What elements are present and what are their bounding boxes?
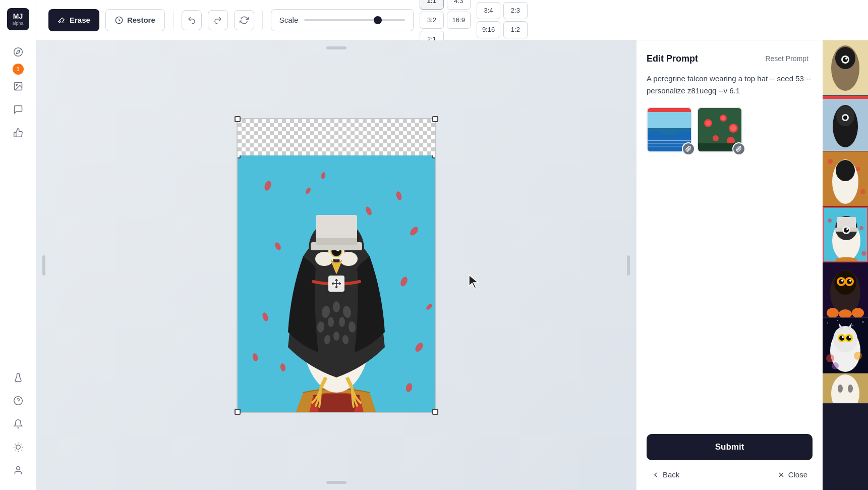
svg-point-73 [843,57,848,62]
prompt-text: A peregrine falcon wearing a top hat -- … [647,73,813,97]
undo-icon [187,16,196,25]
logo-sub: alpha [12,21,23,26]
svg-rect-76 [823,96,868,99]
thumb-6-image [823,318,868,373]
ratio-btn-3-2[interactable]: 3:2 [420,12,443,29]
image-canvas-wrapper [237,118,436,413]
like-icon [13,128,23,138]
chat-icon [13,104,23,115]
reset-prompt-button[interactable]: Reset Prompt [761,52,813,65]
ratio-btn-2-3[interactable]: 2:3 [503,2,527,19]
submit-button[interactable]: Submit [647,434,813,460]
ref-image-2-badge[interactable] [732,142,745,155]
svg-point-125 [832,362,839,369]
svg-point-3 [14,397,22,405]
panel-footer: Back Close [647,467,813,482]
close-x-icon [777,471,785,479]
svg-point-112 [837,320,838,321]
svg-point-93 [844,228,849,233]
svg-point-107 [827,308,839,318]
scroll-right [627,255,630,276]
svg-point-85 [856,167,860,171]
ratio-label-3-4: 3:4 [484,7,493,14]
sidebar-item-help[interactable] [8,391,28,411]
logo-text: MJ [13,13,23,20]
paperclip-icon-2 [736,146,742,152]
ref-image-1-badge[interactable] [682,142,695,155]
svg-point-63 [706,121,711,126]
canvas-main[interactable] [36,40,636,490]
svg-point-105 [841,280,843,282]
restore-label: Restore [127,16,155,24]
svg-point-74 [845,58,847,60]
sidebar-item-compass[interactable] [8,42,28,62]
thumbnail-2[interactable] [823,96,868,151]
toolbar-divider-2 [262,11,263,29]
redo-button[interactable] [208,10,228,30]
scale-slider[interactable] [304,19,405,21]
help-icon [13,396,23,406]
sidebar-item-flask[interactable] [8,367,28,388]
logo-button[interactable]: MJ alpha [7,8,29,30]
right-panel: Edit Prompt Reset Prompt A peregrine fal… [636,40,823,490]
thumb-5-image [823,262,868,318]
scroll-bottom [326,481,346,484]
close-button[interactable]: Close [772,467,813,482]
thumb-2-image [823,96,868,151]
svg-point-2 [16,84,17,86]
svg-point-84 [828,159,833,164]
ratio-btn-4-3[interactable]: 4:3 [447,0,471,10]
scale-label: Scale [279,16,299,24]
sidebar-badge[interactable]: 1 [13,64,24,75]
ref-image-1[interactable] [647,107,692,152]
svg-point-128 [838,385,843,393]
svg-point-113 [852,325,853,326]
thumbnail-4[interactable] [823,207,868,262]
svg-line-12 [21,444,21,445]
svg-point-36 [339,317,345,327]
ratio-btn-9-16[interactable]: 9:16 [477,21,500,38]
canvas-transparent-area [238,119,435,155]
toolbar: Erase Restore Scale [36,0,868,40]
restore-button[interactable]: Restore [105,9,165,31]
ratio-btn-1-1[interactable]: 1:1 [420,0,443,10]
ratio-label-16-9: 16:9 [452,16,465,24]
thumb-4-image [824,208,868,262]
thumbnail-5[interactable] [823,262,868,318]
ratio-label-4-3: 4:3 [454,0,463,5]
ratio-btn-3-4[interactable]: 3:4 [477,2,500,19]
sidebar-item-image[interactable] [8,76,28,96]
ratio-btn-1-2[interactable]: 1:2 [503,21,527,38]
thumb-3-image [823,151,868,207]
svg-point-13 [16,467,20,470]
sidebar-item-chat[interactable] [8,99,28,120]
thumb-7-image [823,373,868,404]
close-label: Close [788,470,807,479]
ref-image-2[interactable] [697,107,742,152]
erase-button[interactable]: Erase [48,9,99,31]
svg-point-95 [828,219,832,223]
restore-icon [115,16,123,24]
svg-point-32 [333,301,340,312]
flask-icon [13,372,23,383]
undo-button[interactable] [182,10,202,30]
sidebar-item-bell[interactable] [8,414,28,434]
thumbnail-3[interactable] [823,151,868,207]
thumbnail-6[interactable] [823,318,868,373]
thumb-1-image [823,40,868,96]
svg-line-8 [21,450,21,450]
canvas-image[interactable] [238,155,435,412]
thumbnail-7[interactable] [823,373,868,404]
svg-point-111 [827,322,828,323]
ratio-grid-2: 3:4 2:3 9:16 1:2 [477,2,528,38]
cursor-indicator [468,274,480,291]
back-button[interactable]: Back [647,467,684,482]
paperclip-icon-1 [685,146,691,152]
panel-title: Edit Prompt [647,53,698,64]
refresh-button[interactable] [234,10,254,30]
ratio-btn-16-9[interactable]: 16:9 [447,12,471,29]
thumbnail-1[interactable] [823,40,868,96]
sidebar-item-like[interactable] [8,123,28,143]
sidebar-item-user[interactable] [8,460,28,480]
sidebar-item-sun[interactable] [8,437,28,457]
